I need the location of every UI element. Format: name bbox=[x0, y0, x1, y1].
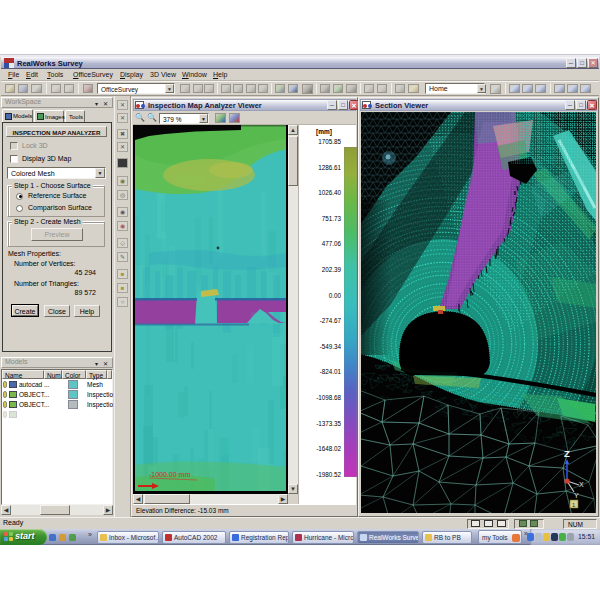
svg-text:X: X bbox=[579, 481, 584, 488]
svg-text:Z: Z bbox=[564, 448, 570, 459]
svg-text:-1000.00 mm: -1000.00 mm bbox=[149, 471, 190, 478]
svg-text:Y: Y bbox=[574, 492, 579, 499]
